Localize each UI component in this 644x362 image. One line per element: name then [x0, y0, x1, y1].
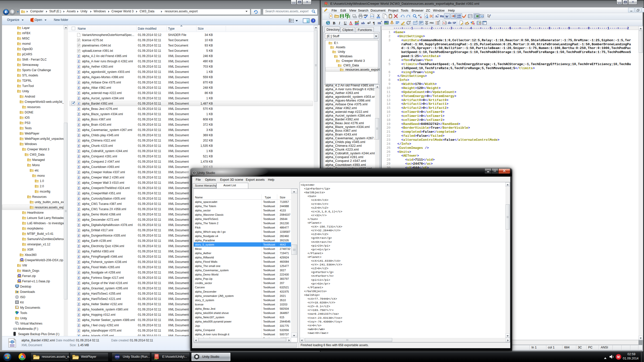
- svg-text:W: W: [445, 15, 449, 18]
- svg-text:U: U: [344, 21, 346, 25]
- svg-text:¶: ¶: [373, 21, 375, 25]
- svg-text:2CD: 2CD: [457, 16, 461, 18]
- svg-text:c: c: [408, 22, 409, 24]
- svg-text:a: a: [437, 15, 438, 18]
- svg-text:PRE: PRE: [430, 22, 434, 24]
- svg-text:Hi: Hi: [378, 21, 381, 25]
- svg-text:div: div: [448, 21, 452, 24]
- svg-text:Z: Z: [19, 274, 20, 277]
- svg-text:A: A: [443, 21, 445, 24]
- svg-text:M: M: [617, 355, 620, 359]
- svg-text:B: B: [333, 21, 335, 25]
- svg-text:?: ?: [490, 14, 491, 17]
- svg-text:Z: Z: [21, 258, 23, 261]
- svg-text:SP: SP: [453, 21, 456, 24]
- svg-text:?: ?: [312, 19, 314, 22]
- svg-text:Z: Z: [19, 280, 20, 282]
- svg-text:<: <: [9, 340, 11, 344]
- svg-text:I: I: [339, 21, 340, 25]
- svg-text:B: B: [420, 16, 422, 19]
- svg-text:nb: nb: [361, 21, 365, 25]
- svg-text:A: A: [418, 14, 420, 17]
- svg-text:++: ++: [154, 357, 157, 360]
- svg-text:A: A: [349, 21, 352, 25]
- svg-text:Hx: Hx: [440, 15, 444, 18]
